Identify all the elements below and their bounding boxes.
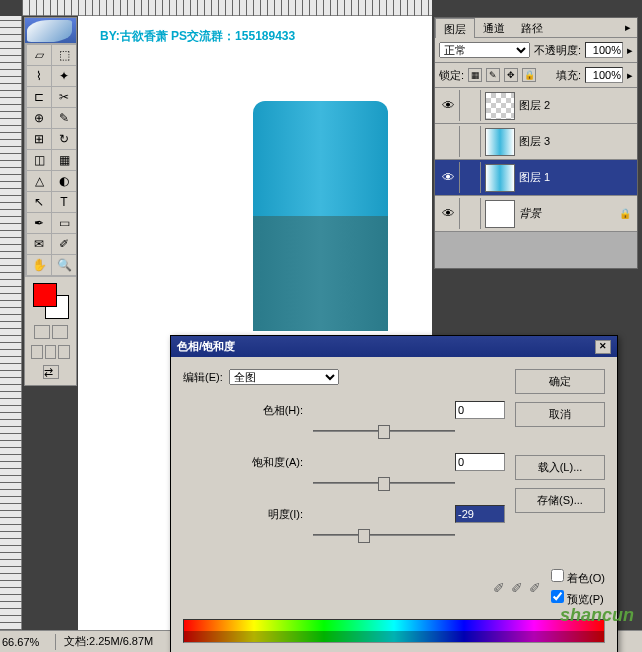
stamp-tool-icon[interactable]: ⊞ (27, 129, 51, 149)
color-swatch-area: ⇄ (25, 277, 76, 385)
move-tool-icon[interactable]: ▱ (27, 45, 51, 65)
path-tool-icon[interactable]: ↖ (27, 192, 51, 212)
load-button[interactable]: 载入(L)... (515, 455, 605, 480)
fill-field[interactable] (585, 67, 623, 83)
layer-name[interactable]: 背景 (519, 206, 619, 221)
eyedropper-add-icon[interactable]: ✐ (511, 580, 523, 596)
horizontal-ruler (22, 0, 432, 16)
close-icon[interactable]: ✕ (595, 340, 611, 354)
lock-label: 锁定: (439, 68, 464, 83)
quickmask-mode-icon[interactable] (52, 325, 68, 339)
toolbox-header[interactable] (25, 18, 76, 43)
fg-bg-colors[interactable] (33, 283, 69, 319)
layer-thumb[interactable] (485, 92, 515, 120)
tab-layers[interactable]: 图层 (435, 18, 475, 38)
gradient-tool-icon[interactable]: ▦ (52, 150, 76, 170)
visibility-icon[interactable]: 👁 (437, 206, 459, 221)
dialog-title: 色相/饱和度 (177, 339, 235, 354)
edit-label: 编辑(E): (183, 370, 223, 385)
visibility-icon[interactable]: 👁 (437, 170, 459, 185)
lock-paint-icon[interactable]: ✎ (486, 68, 500, 82)
jump-to-icon[interactable]: ⇄ (43, 365, 59, 379)
zoom-field[interactable]: 66.67% (0, 634, 56, 650)
notes-tool-icon[interactable]: ✉ (27, 234, 51, 254)
eyedropper-tool-icon[interactable]: ✐ (52, 234, 76, 254)
opacity-field[interactable] (585, 42, 623, 58)
pen-tool-icon[interactable]: ✒ (27, 213, 51, 233)
edit-select[interactable]: 全图 (229, 369, 339, 385)
eraser-tool-icon[interactable]: ◫ (27, 150, 51, 170)
watermark-text: BY:古欲香萧 PS交流群：155189433 (100, 28, 295, 45)
layer-name[interactable]: 图层 1 (519, 170, 635, 185)
layer-row[interactable]: 👁 图层 2 (435, 88, 637, 124)
layer-row[interactable]: 图层 3 (435, 124, 637, 160)
layer-thumb[interactable] (485, 200, 515, 228)
ok-button[interactable]: 确定 (515, 369, 605, 394)
lasso-tool-icon[interactable]: ⌇ (27, 66, 51, 86)
layer-name[interactable]: 图层 2 (519, 98, 635, 113)
fill-flyout-icon[interactable]: ▸ (627, 69, 633, 82)
shape-tool-icon[interactable]: ▭ (52, 213, 76, 233)
hue-saturation-dialog: 色相/饱和度 ✕ 编辑(E): 全图 色相(H): 饱和度(A): 明度(I):… (170, 335, 618, 652)
sat-slider[interactable] (313, 475, 455, 491)
wand-tool-icon[interactable]: ✦ (52, 66, 76, 86)
zoom-tool-icon[interactable]: 🔍 (52, 255, 76, 275)
lock-row: 锁定: ▦ ✎ ✥ 🔒 填充: ▸ (435, 63, 637, 88)
light-slider[interactable] (313, 527, 455, 543)
blend-row: 正常 不透明度: ▸ (435, 38, 637, 63)
layer-thumb[interactable] (485, 164, 515, 192)
lock-icon: 🔒 (619, 208, 631, 219)
colorize-checkbox[interactable]: 着色(O) (551, 569, 605, 586)
blend-mode-select[interactable]: 正常 (439, 42, 530, 58)
opacity-label: 不透明度: (534, 43, 581, 58)
layer-row[interactable]: 👁 背景 🔒 (435, 196, 637, 232)
heal-tool-icon[interactable]: ⊕ (27, 108, 51, 128)
screen-mode3-icon[interactable] (58, 345, 70, 359)
blur-tool-icon[interactable]: △ (27, 171, 51, 191)
eyedropper-icon[interactable]: ✐ (493, 580, 505, 596)
opacity-flyout-icon[interactable]: ▸ (627, 44, 633, 57)
light-input[interactable] (455, 505, 505, 523)
spectrum-bar (183, 619, 605, 643)
visibility-icon[interactable]: 👁 (437, 98, 459, 113)
light-label: 明度(I): (233, 507, 303, 522)
sat-label: 饱和度(A): (233, 455, 303, 470)
vertical-ruler (0, 16, 22, 630)
cancel-button[interactable]: 取消 (515, 402, 605, 427)
layer-thumb[interactable] (485, 128, 515, 156)
layer-name[interactable]: 图层 3 (519, 134, 635, 149)
hue-label: 色相(H): (233, 403, 303, 418)
history-brush-icon[interactable]: ↻ (52, 129, 76, 149)
dialog-titlebar[interactable]: 色相/饱和度 ✕ (171, 336, 617, 357)
layer-row[interactable]: 👁 图层 1 (435, 160, 637, 196)
hue-input[interactable] (455, 401, 505, 419)
lock-move-icon[interactable]: ✥ (504, 68, 518, 82)
toolbox-panel: ▱⬚ ⌇✦ ⊏✂ ⊕✎ ⊞↻ ◫▦ △◐ ↖T ✒▭ ✉✐ ✋🔍 ⇄ (24, 17, 77, 386)
brand-watermark: shancun (560, 605, 634, 626)
doc-info: 文档:2.25M/6.87M (56, 632, 161, 651)
standard-mode-icon[interactable] (34, 325, 50, 339)
save-button[interactable]: 存储(S)... (515, 488, 605, 513)
fill-label: 填充: (556, 68, 581, 83)
hue-slider[interactable] (313, 423, 455, 439)
hand-tool-icon[interactable]: ✋ (27, 255, 51, 275)
sat-input[interactable] (455, 453, 505, 471)
dodge-tool-icon[interactable]: ◐ (52, 171, 76, 191)
slice-tool-icon[interactable]: ✂ (52, 87, 76, 107)
foreground-color[interactable] (33, 283, 57, 307)
panel-menu-icon[interactable]: ▸ (619, 18, 637, 37)
brush-tool-icon[interactable]: ✎ (52, 108, 76, 128)
eyedropper-sub-icon[interactable]: ✐ (529, 580, 541, 596)
lock-all-icon[interactable]: 🔒 (522, 68, 536, 82)
crop-tool-icon[interactable]: ⊏ (27, 87, 51, 107)
panel-tabs: 图层 通道 路径 ▸ (435, 18, 637, 38)
type-tool-icon[interactable]: T (52, 192, 76, 212)
screen-mode1-icon[interactable] (31, 345, 43, 359)
tab-paths[interactable]: 路径 (513, 18, 551, 37)
marquee-tool-icon[interactable]: ⬚ (52, 45, 76, 65)
screen-mode2-icon[interactable] (45, 345, 57, 359)
lock-trans-icon[interactable]: ▦ (468, 68, 482, 82)
tab-channels[interactable]: 通道 (475, 18, 513, 37)
layer-list: 👁 图层 2 图层 3 👁 图层 1 👁 背景 🔒 (435, 88, 637, 268)
layers-panel: 图层 通道 路径 ▸ 正常 不透明度: ▸ 锁定: ▦ ✎ ✥ 🔒 填充: ▸ … (434, 17, 638, 269)
